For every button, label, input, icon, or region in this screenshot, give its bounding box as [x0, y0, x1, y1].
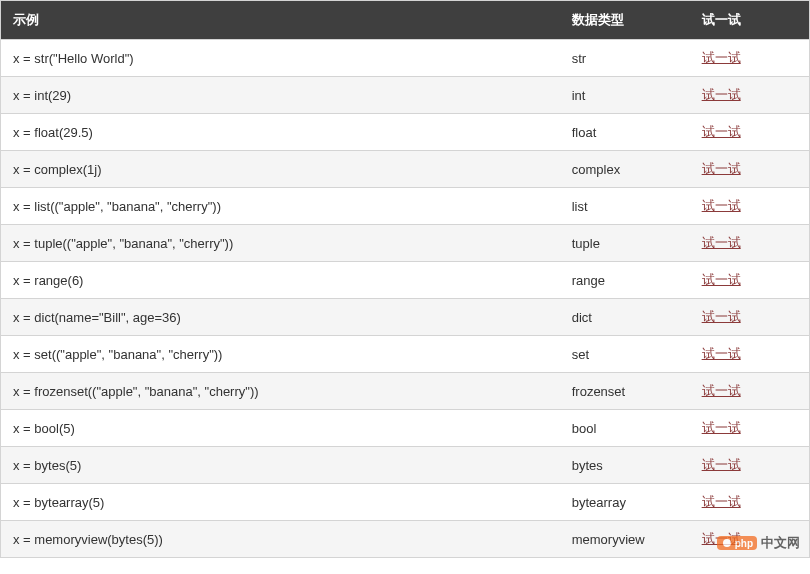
- cell-datatype: bytearray: [560, 484, 690, 521]
- table-row: x = set(("apple", "banana", "cherry"))se…: [1, 336, 810, 373]
- table-row: x = list(("apple", "banana", "cherry"))l…: [1, 188, 810, 225]
- cell-example: x = str("Hello World"): [1, 40, 560, 77]
- cell-try: 试一试: [690, 114, 810, 151]
- cell-example: x = bool(5): [1, 410, 560, 447]
- cell-try: 试一试: [690, 188, 810, 225]
- cell-datatype: bool: [560, 410, 690, 447]
- try-link[interactable]: 试一试: [702, 272, 741, 287]
- try-link[interactable]: 试一试: [702, 420, 741, 435]
- cell-example: x = set(("apple", "banana", "cherry")): [1, 336, 560, 373]
- cell-example: x = range(6): [1, 262, 560, 299]
- table-header-row: 示例 数据类型 试一试: [1, 1, 810, 40]
- try-link[interactable]: 试一试: [702, 235, 741, 250]
- try-link[interactable]: 试一试: [702, 309, 741, 324]
- header-example: 示例: [1, 1, 560, 40]
- cell-try: 试一试: [690, 447, 810, 484]
- cell-example: x = complex(1j): [1, 151, 560, 188]
- cell-try: 试一试: [690, 336, 810, 373]
- cell-datatype: list: [560, 188, 690, 225]
- try-link[interactable]: 试一试: [702, 124, 741, 139]
- cell-datatype: complex: [560, 151, 690, 188]
- header-try: 试一试: [690, 1, 810, 40]
- try-link[interactable]: 试一试: [702, 531, 741, 546]
- cell-try: 试一试: [690, 151, 810, 188]
- header-datatype: 数据类型: [560, 1, 690, 40]
- cell-try: 试一试: [690, 484, 810, 521]
- try-link[interactable]: 试一试: [702, 87, 741, 102]
- table-row: x = bool(5)bool试一试: [1, 410, 810, 447]
- table-row: x = memoryview(bytes(5))memoryview试一试: [1, 521, 810, 558]
- try-link[interactable]: 试一试: [702, 383, 741, 398]
- cell-example: x = memoryview(bytes(5)): [1, 521, 560, 558]
- table-row: x = float(29.5)float试一试: [1, 114, 810, 151]
- table-row: x = complex(1j)complex试一试: [1, 151, 810, 188]
- cell-datatype: tuple: [560, 225, 690, 262]
- cell-try: 试一试: [690, 299, 810, 336]
- cell-try: 试一试: [690, 373, 810, 410]
- cell-example: x = int(29): [1, 77, 560, 114]
- cell-datatype: dict: [560, 299, 690, 336]
- cell-try: 试一试: [690, 410, 810, 447]
- cell-datatype: float: [560, 114, 690, 151]
- cell-example: x = tuple(("apple", "banana", "cherry")): [1, 225, 560, 262]
- cell-example: x = frozenset(("apple", "banana", "cherr…: [1, 373, 560, 410]
- cell-example: x = list(("apple", "banana", "cherry")): [1, 188, 560, 225]
- try-link[interactable]: 试一试: [702, 494, 741, 509]
- table-row: x = dict(name="Bill", age=36)dict试一试: [1, 299, 810, 336]
- cell-datatype: str: [560, 40, 690, 77]
- table-row: x = int(29)int试一试: [1, 77, 810, 114]
- cell-datatype: int: [560, 77, 690, 114]
- try-link[interactable]: 试一试: [702, 198, 741, 213]
- cell-datatype: set: [560, 336, 690, 373]
- cell-try: 试一试: [690, 40, 810, 77]
- table-row: x = frozenset(("apple", "banana", "cherr…: [1, 373, 810, 410]
- try-link[interactable]: 试一试: [702, 50, 741, 65]
- cell-try: 试一试: [690, 262, 810, 299]
- table-row: x = bytes(5)bytes试一试: [1, 447, 810, 484]
- cell-example: x = float(29.5): [1, 114, 560, 151]
- datatype-table: 示例 数据类型 试一试 x = str("Hello World")str试一试…: [0, 0, 810, 558]
- try-link[interactable]: 试一试: [702, 346, 741, 361]
- cell-try: 试一试: [690, 225, 810, 262]
- cell-example: x = bytearray(5): [1, 484, 560, 521]
- cell-datatype: frozenset: [560, 373, 690, 410]
- cell-try: 试一试: [690, 521, 810, 558]
- try-link[interactable]: 试一试: [702, 457, 741, 472]
- cell-datatype: bytes: [560, 447, 690, 484]
- cell-datatype: memoryview: [560, 521, 690, 558]
- table-row: x = str("Hello World")str试一试: [1, 40, 810, 77]
- cell-datatype: range: [560, 262, 690, 299]
- table-row: x = bytearray(5)bytearray试一试: [1, 484, 810, 521]
- cell-try: 试一试: [690, 77, 810, 114]
- try-link[interactable]: 试一试: [702, 161, 741, 176]
- table-row: x = tuple(("apple", "banana", "cherry"))…: [1, 225, 810, 262]
- cell-example: x = dict(name="Bill", age=36): [1, 299, 560, 336]
- cell-example: x = bytes(5): [1, 447, 560, 484]
- table-row: x = range(6)range试一试: [1, 262, 810, 299]
